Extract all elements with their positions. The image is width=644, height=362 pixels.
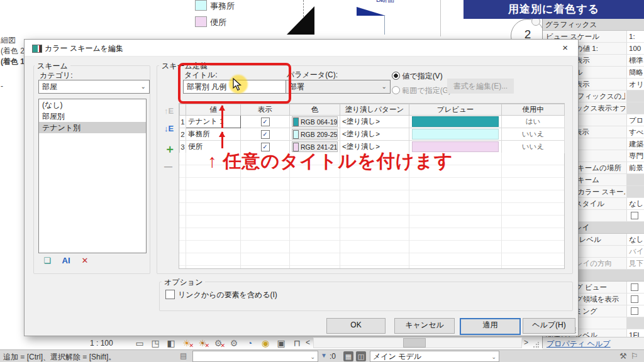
rename-scheme-icon[interactable]: AI	[58, 256, 74, 268]
visible-checkbox[interactable]: ✓	[261, 118, 270, 126]
scheme-listbox[interactable]: (なし)部屋別テナント別	[38, 99, 147, 253]
palette-row-value[interactable]	[626, 186, 644, 197]
add-row-icon[interactable]: ＋	[164, 141, 175, 156]
options-group-label: オプション	[162, 277, 205, 288]
temp-view-props-icon[interactable]: ▣	[275, 337, 287, 349]
palette-row-value[interactable]: オリ	[626, 79, 644, 90]
table-corner-cell	[180, 104, 186, 116]
palette-row-value[interactable]: 標準	[626, 55, 644, 66]
select-pinned-icon[interactable]: ◫	[356, 351, 366, 361]
crop-region-icon[interactable]: ▭	[133, 337, 146, 349]
workset-flag-icon[interactable]: ⚐	[631, 351, 638, 361]
visual-style-icon[interactable]: ◧	[165, 337, 177, 349]
color-button[interactable]: RGB 064-192-19	[292, 116, 338, 127]
fill-pattern-cell[interactable]: <塗り潰し>	[340, 116, 409, 128]
parameter-dropdown[interactable]: 部署 ⌄	[286, 80, 391, 94]
ok-button[interactable]: OK	[326, 318, 386, 334]
filter-icon[interactable]: ▼	[321, 352, 327, 359]
main-model-dropdown[interactable]: メイン モデル ⌄	[370, 351, 499, 362]
move-down-icon[interactable]: ↓E	[164, 124, 174, 133]
apply-button[interactable]: 適用	[460, 318, 521, 335]
legend-label: 便所	[210, 17, 226, 28]
list-item[interactable]: 部屋別	[39, 111, 146, 122]
list-item[interactable]: テナント別	[39, 122, 146, 133]
color-cell[interactable]: RGB 064-192-19	[290, 116, 340, 128]
row-number-cell: 1	[180, 116, 186, 128]
palette-row-value[interactable]	[626, 90, 644, 102]
value-cell[interactable]: 事務所	[186, 128, 241, 141]
category-value: 部屋	[42, 82, 57, 91]
palette-row-value[interactable]	[626, 317, 644, 329]
palette-row-value[interactable]: バイ	[626, 246, 644, 257]
browser-text: 細図	[1, 35, 16, 46]
color-button[interactable]: RGB 209-251-25	[292, 129, 338, 140]
crop-view-icon[interactable]: ⚙	[228, 337, 240, 349]
table-header-cell: 塗り潰しパターン	[340, 104, 409, 116]
palette-row-value[interactable]: 1:	[626, 31, 644, 42]
radio-by-range[interactable]: 範囲で指定(G)	[392, 85, 451, 96]
palette-row-value[interactable]	[626, 102, 644, 114]
palette-row-value[interactable]	[626, 282, 644, 293]
palette-row-value[interactable]	[626, 174, 644, 185]
fill-pattern-cell[interactable]: <塗り潰し>	[340, 128, 409, 141]
value-cell[interactable]: テナント 1	[186, 116, 241, 128]
cancel-button[interactable]: キャンセル	[394, 318, 455, 334]
palette-row-value[interactable]: 100	[626, 43, 644, 54]
palette-row-value[interactable]: プロ	[626, 114, 644, 126]
help-button[interactable]: ヘルプ(H)	[523, 318, 575, 334]
dialog-titlebar[interactable]: カラー スキームを編集 ×	[25, 40, 578, 57]
palette-checkbox[interactable]	[631, 283, 638, 291]
reveal-hidden-icon[interactable]: ◉	[259, 337, 272, 349]
select-link-icon[interactable]: ▦	[343, 351, 353, 361]
design-options-icon[interactable]: ▤	[180, 351, 187, 360]
pane-resize-grip[interactable]	[533, 342, 539, 348]
annotation-text: ↑ 任意のタイトルを付けます	[208, 149, 453, 174]
include-linked-checkbox[interactable]	[165, 290, 175, 299]
close-icon[interactable]: ×	[562, 42, 568, 53]
palette-checkbox[interactable]	[631, 212, 638, 219]
palette-row-value[interactable]	[626, 293, 644, 305]
radio-by-value[interactable]: 値で指定(V)	[392, 71, 443, 82]
palette-row-value[interactable]	[626, 210, 644, 221]
scheme-table-wrap: 値表示色塗り潰しパターンプレビュー使用中 1テナント 1✓RGB 064-192…	[179, 103, 565, 269]
palette-row-value[interactable]: なし	[626, 234, 644, 245]
shadows-icon[interactable]: ☀✕	[196, 337, 209, 349]
edit-format-button[interactable]: 書式を編集(E)...	[447, 79, 514, 94]
properties-help-link[interactable]: プロパティ ヘルプ	[547, 339, 611, 348]
horizontal-scrollbar[interactable]	[313, 337, 522, 348]
design-option-dropdown[interactable]: ⌄	[192, 351, 318, 362]
move-up-icon[interactable]: ↑E	[164, 106, 174, 116]
detail-level-icon[interactable]: ◳	[149, 337, 162, 349]
palette-row-value[interactable]: すべ	[626, 126, 644, 138]
constraints-icon[interactable]: ⊓	[291, 337, 303, 349]
red-x-badge: ✕	[189, 343, 194, 349]
palette-row-value[interactable]	[626, 305, 644, 317]
palette-row-value[interactable]: なし	[626, 198, 644, 209]
scrollbar-thumb[interactable]	[403, 338, 426, 348]
hide-isolate-icon[interactable]: ◔	[243, 337, 256, 349]
category-dropdown[interactable]: 部屋 ⌄	[38, 80, 150, 94]
view-scale-label[interactable]: 1 : 100	[90, 339, 113, 348]
annotation-arrow-1	[221, 106, 223, 128]
scrollbar-right-arrow[interactable]: >	[524, 338, 528, 347]
delete-scheme-icon[interactable]: ✕	[77, 256, 92, 268]
palette-row-value[interactable]: 前景	[626, 162, 644, 173]
worksharing-icon[interactable]: ⚒	[619, 351, 627, 361]
render-dialog-icon[interactable]: ⚙✕	[212, 337, 225, 349]
palette-row-value[interactable]: 簡略	[626, 67, 644, 78]
visible-checkbox[interactable]: ✓	[261, 130, 270, 139]
in-use-cell: いいえ	[502, 128, 565, 141]
list-item[interactable]: (なし)	[39, 99, 146, 111]
visible-cell: ✓	[241, 128, 290, 141]
palette-checkbox[interactable]	[631, 307, 638, 315]
palette-row-value[interactable]: 建築	[626, 138, 644, 150]
palette-row-value[interactable]: 見下	[626, 258, 644, 269]
remove-row-icon[interactable]: —	[164, 162, 172, 171]
caption-banner-text: 用途別に着色する	[508, 3, 599, 15]
duplicate-scheme-icon[interactable]: ❏	[40, 256, 55, 268]
palette-checkbox[interactable]	[631, 295, 638, 303]
palette-row-value[interactable]: 専門	[626, 150, 644, 162]
sun-path-icon[interactable]: ☀✕	[180, 337, 193, 349]
color-cell[interactable]: RGB 209-251-25	[290, 128, 340, 141]
scrollbar-left-arrow[interactable]: <	[306, 338, 310, 347]
